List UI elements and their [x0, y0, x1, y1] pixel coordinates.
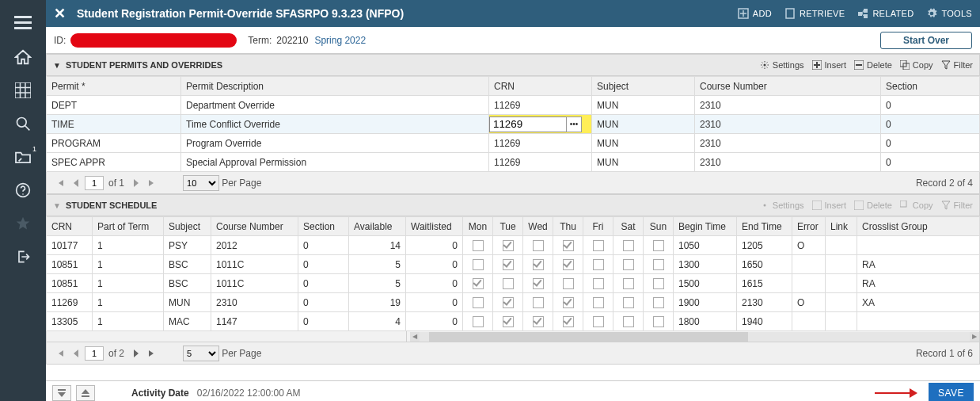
- course-cell[interactable]: 2310: [695, 96, 881, 115]
- course-cell[interactable]: 2310: [695, 153, 881, 172]
- section-cell: 0: [298, 274, 349, 293]
- section-cell[interactable]: 0: [881, 115, 980, 134]
- col-mon[interactable]: Mon: [463, 217, 493, 236]
- subject-cell[interactable]: MUN: [592, 115, 695, 134]
- permit-cell[interactable]: DEPT: [47, 96, 181, 115]
- table-row[interactable]: TIMETime Conflict Override•••MUN23100: [47, 115, 980, 134]
- col-end[interactable]: End Time: [737, 217, 792, 236]
- first-page-icon[interactable]: [53, 176, 67, 190]
- col-subject[interactable]: Subject: [592, 77, 695, 96]
- topbar: ✕ Student Registration Permit-Override S…: [46, 0, 980, 27]
- signout-icon[interactable]: [0, 240, 46, 273]
- home-icon[interactable]: [0, 40, 46, 74]
- page-input[interactable]: [85, 346, 104, 361]
- menu-icon[interactable]: [0, 6, 46, 40]
- table-row[interactable]: PROGRAMProgram Override11269MUN23100: [47, 134, 980, 153]
- crn-cell[interactable]: 11269: [489, 96, 592, 115]
- table-row[interactable]: 101771PSY2012014010501205O: [47, 236, 980, 255]
- close-icon[interactable]: ✕: [54, 5, 66, 22]
- perpage-select[interactable]: 10: [183, 175, 219, 191]
- col-tue[interactable]: Tue: [493, 217, 523, 236]
- col-fri[interactable]: Fri: [583, 217, 613, 236]
- col-error[interactable]: Error: [792, 217, 826, 236]
- page-input[interactable]: [85, 176, 104, 190]
- table-row[interactable]: 108511BSC1011C05013001650RA: [47, 255, 980, 274]
- subject-cell[interactable]: MUN: [592, 153, 695, 172]
- prev-page-icon[interactable]: [69, 346, 83, 361]
- grid-icon[interactable]: [0, 74, 46, 107]
- schedule-section-title: STUDENT SCHEDULE: [66, 200, 158, 210]
- col-begin[interactable]: Begin Time: [674, 217, 737, 236]
- col-permit[interactable]: Permit *: [47, 77, 181, 96]
- first-page-icon[interactable]: [53, 346, 67, 361]
- col-sun[interactable]: Sun: [644, 217, 674, 236]
- collapse-icon[interactable]: ▼: [53, 61, 61, 70]
- settings-button[interactable]: Settings: [760, 60, 804, 70]
- col-thu[interactable]: Thu: [553, 217, 583, 236]
- col-course[interactable]: Course Number: [211, 217, 298, 236]
- course-cell[interactable]: 2310: [695, 115, 881, 134]
- col-wait[interactable]: Waitlisted: [406, 217, 463, 236]
- table-row[interactable]: 108511BSC1011C05015001615RA: [47, 274, 980, 293]
- search-icon[interactable]: [0, 107, 46, 140]
- star-icon[interactable]: [0, 207, 46, 240]
- start-over-button[interactable]: Start Over: [880, 32, 972, 49]
- col-section[interactable]: Section: [298, 217, 349, 236]
- insert-button[interactable]: Insert: [812, 60, 847, 70]
- course-cell[interactable]: 2310: [695, 134, 881, 153]
- col-crosslist[interactable]: Crosslist Group: [857, 217, 980, 236]
- related-button[interactable]: RELATED: [857, 8, 914, 19]
- col-section[interactable]: Section: [881, 77, 980, 96]
- scroll-track[interactable]: [420, 332, 970, 342]
- col-wed[interactable]: Wed: [523, 217, 553, 236]
- permit-cell[interactable]: TIME: [47, 115, 181, 134]
- copy-button[interactable]: Copy: [900, 60, 933, 70]
- col-course[interactable]: Course Number: [695, 77, 881, 96]
- table-row[interactable]: 112691MUN2310019019002130OXA: [47, 293, 980, 312]
- next-page-icon[interactable]: [129, 346, 143, 361]
- permit-cell[interactable]: PROGRAM: [47, 134, 181, 153]
- last-page-icon[interactable]: [145, 176, 159, 190]
- tools-button[interactable]: TOOLS: [926, 8, 972, 19]
- folder-icon[interactable]: 1: [0, 140, 46, 174]
- col-desc[interactable]: Permit Description: [181, 77, 489, 96]
- col-subject[interactable]: Subject: [164, 217, 211, 236]
- table-row[interactable]: DEPTDepartment Override11269MUN23100: [47, 96, 980, 115]
- col-sat[interactable]: Sat: [613, 217, 644, 236]
- term-description[interactable]: Spring 2022: [314, 35, 366, 46]
- crn-cell[interactable]: •••: [489, 115, 592, 134]
- crn-cell[interactable]: 11269: [489, 134, 592, 153]
- last-page-icon[interactable]: [145, 346, 159, 361]
- col-avail[interactable]: Available: [349, 217, 406, 236]
- subject-cell[interactable]: MUN: [592, 96, 695, 115]
- scroll-right-icon[interactable]: ▶: [970, 332, 979, 342]
- crn-cell[interactable]: 11269: [489, 153, 592, 172]
- table-row[interactable]: SPEC APPRSpecial Approval Permission1126…: [47, 153, 980, 172]
- scroll-left-icon[interactable]: ◀: [410, 332, 420, 342]
- prev-block-icon[interactable]: [52, 385, 71, 401]
- section-cell[interactable]: 0: [881, 153, 980, 172]
- section-cell[interactable]: 0: [881, 134, 980, 153]
- retrieve-button[interactable]: RETRIEVE: [784, 8, 845, 19]
- lookup-icon[interactable]: •••: [566, 116, 582, 132]
- perpage-select[interactable]: 5: [183, 346, 219, 361]
- save-button[interactable]: SAVE: [929, 383, 974, 402]
- col-link[interactable]: Link: [826, 217, 857, 236]
- collapse-icon[interactable]: ▼: [53, 201, 61, 210]
- scroll-thumb[interactable]: [429, 332, 748, 342]
- next-page-icon[interactable]: [129, 176, 143, 190]
- col-crn[interactable]: CRN: [489, 77, 592, 96]
- help-icon[interactable]: [0, 174, 46, 207]
- crn-input[interactable]: [489, 116, 567, 132]
- permit-cell[interactable]: SPEC APPR: [47, 153, 181, 172]
- filter-button[interactable]: Filter: [941, 60, 973, 70]
- next-block-icon[interactable]: [76, 385, 95, 401]
- table-row[interactable]: 133051MAC114704018001940: [47, 312, 980, 331]
- delete-button[interactable]: Delete: [854, 60, 892, 70]
- add-button[interactable]: ADD: [738, 8, 772, 19]
- subject-cell[interactable]: MUN: [592, 134, 695, 153]
- section-cell[interactable]: 0: [881, 96, 980, 115]
- prev-page-icon[interactable]: [69, 176, 83, 190]
- col-pot[interactable]: Part of Term: [93, 217, 164, 236]
- col-crn[interactable]: CRN: [47, 217, 93, 236]
